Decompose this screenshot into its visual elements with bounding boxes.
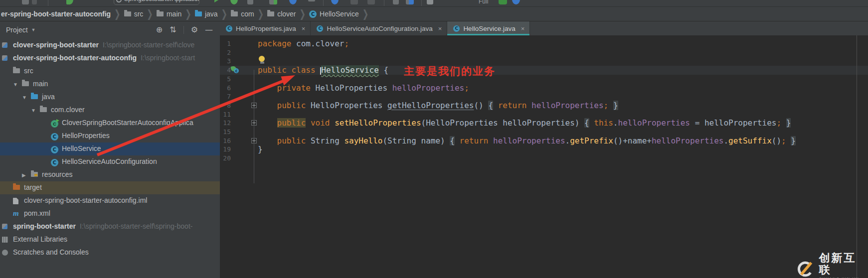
toolbar-separator bbox=[384, 0, 384, 6]
breadcrumb-item[interactable]: java bbox=[195, 10, 218, 18]
tree-row-main[interactable]: ▼main bbox=[0, 78, 220, 91]
search-everywhere-icon[interactable] bbox=[331, 0, 339, 4]
project-panel-title[interactable]: Project bbox=[6, 26, 28, 34]
fold-marker[interactable] bbox=[251, 120, 257, 126]
code-editor[interactable]: 12345678111215161920 package com.clover;… bbox=[220, 35, 868, 278]
collapse-arrow-icon[interactable]: ▼ bbox=[22, 95, 27, 100]
fold-marker[interactable] bbox=[251, 103, 257, 108]
module-icon bbox=[2, 224, 7, 229]
layout-icon[interactable] bbox=[406, 0, 414, 4]
tree-row-clover-spring-boot-starter-aut[interactable]: clover-spring-boot-starter-autoconfigI:\… bbox=[0, 52, 220, 65]
code-line: public void setHelloProperties(HelloProp… bbox=[258, 119, 791, 128]
class-icon: C bbox=[51, 159, 58, 166]
class-icon: C bbox=[317, 25, 323, 32]
tree-row-helloservice[interactable]: CHelloService bbox=[0, 142, 220, 155]
tree-row-resources[interactable]: ▶resources bbox=[0, 168, 220, 181]
tree-row-label: target bbox=[24, 183, 42, 191]
breadcrumb-item[interactable]: CHelloService bbox=[309, 10, 359, 18]
stop-icon[interactable] bbox=[308, 0, 315, 1]
tree-row-clover-spring-boot-starter-aut[interactable]: clover-spring-boot-starter-autoconfig.im… bbox=[0, 194, 220, 207]
tree-row-com-clover[interactable]: ▼com.clover bbox=[0, 104, 220, 117]
editor-tab-helloservice-java[interactable]: CHelloService.java× bbox=[447, 21, 530, 35]
editor-tab-helloproperties-java[interactable]: CHelloProperties.java× bbox=[220, 21, 311, 35]
disabled-icon[interactable] bbox=[367, 0, 375, 4]
fold-marker[interactable] bbox=[251, 138, 257, 143]
cx-logo-icon bbox=[796, 259, 815, 278]
tab-label: HelloServiceAutoConfiguration.java bbox=[327, 25, 432, 32]
breadcrumb-item[interactable]: main bbox=[157, 10, 181, 18]
hide-panel-icon[interactable]: — bbox=[205, 26, 213, 34]
tree-row-label: HelloService bbox=[62, 144, 101, 152]
run-config-icon bbox=[116, 0, 122, 2]
folder-icon bbox=[40, 107, 47, 112]
code-line: private HelloProperties helloProperties; bbox=[258, 84, 469, 93]
project-header: Project ▼ ⊕ ⇅ ⚙ — bbox=[0, 21, 220, 38]
box-icon[interactable] bbox=[499, 0, 507, 4]
tree-row-spring-boot-starter[interactable]: spring-boot-starterI:\springboot-starter… bbox=[0, 220, 220, 233]
tree-row-clover-spring-boot-starter[interactable]: clover-spring-boot-starterI:\springboot-… bbox=[0, 39, 220, 52]
line-number: 20 bbox=[220, 154, 231, 163]
tab-label: HelloProperties.java bbox=[236, 25, 296, 32]
tree-row-external-libraries[interactable]: External Libraries bbox=[0, 233, 220, 246]
tree-row-cloverspringbootstarterautocon[interactable]: CCloverSpringBootStarterAutoconfigApplic… bbox=[0, 117, 220, 130]
breadcrumb-item[interactable]: src bbox=[124, 10, 144, 18]
run-coverage-icon[interactable] bbox=[247, 0, 253, 4]
class-icon: C bbox=[226, 25, 232, 32]
line-number: 1 bbox=[220, 39, 231, 48]
expand-arrow-icon[interactable]: ▶ bbox=[22, 172, 26, 178]
save-icon[interactable] bbox=[427, 0, 433, 4]
run-icon[interactable] bbox=[214, 0, 221, 2]
disabled-icon[interactable] bbox=[350, 0, 358, 4]
gear-icon[interactable]: ⚙ bbox=[191, 26, 198, 34]
breadcrumb-item[interactable]: er-spring-boot-starter-autoconfig bbox=[1, 10, 111, 18]
iml-file-icon bbox=[13, 198, 18, 204]
editor-tab-helloserviceautoconfiguration-java[interactable]: CHelloServiceAutoConfiguration.java× bbox=[311, 21, 447, 35]
toolbar-icon[interactable] bbox=[22, 0, 29, 4]
toolbar-label: Full bbox=[479, 0, 488, 5]
debug-icon[interactable] bbox=[230, 0, 238, 4]
collapse-arrow-icon[interactable]: ▼ bbox=[13, 82, 18, 87]
tree-row-src[interactable]: src bbox=[0, 65, 220, 78]
tree-row-label: main bbox=[33, 80, 48, 88]
collapse-all-icon[interactable]: ⇅ bbox=[170, 26, 176, 34]
tree-row-helloserviceautoconfiguration[interactable]: CHelloServiceAutoConfiguration bbox=[0, 155, 220, 168]
close-tab-icon[interactable]: × bbox=[521, 25, 525, 32]
chevron-down-icon[interactable]: ▼ bbox=[31, 27, 36, 32]
line-number: 3 bbox=[220, 57, 231, 66]
tree-row-scratches-and-consoles[interactable]: Scratches and Consoles bbox=[0, 246, 220, 259]
intention-bulb-icon[interactable] bbox=[259, 56, 265, 64]
module-icon bbox=[2, 42, 7, 48]
tree-row-path: I:\springboot-starter-self\clove bbox=[103, 41, 194, 49]
run-configuration-combo[interactable]: SpringBootStarterApplication bbox=[114, 0, 199, 5]
breadcrumb-label: er-spring-boot-starter-autoconfig bbox=[1, 10, 111, 18]
line-number: 4 bbox=[220, 66, 231, 75]
rerun-icon[interactable] bbox=[289, 0, 297, 4]
tree-row-label: clover-spring-boot-starterI:\springboot-… bbox=[13, 41, 194, 49]
class-gutter-icon[interactable]: c bbox=[231, 66, 241, 74]
locate-file-icon[interactable]: ⊕ bbox=[156, 26, 163, 34]
tree-row-label: src bbox=[24, 67, 33, 75]
class-icon: C bbox=[51, 133, 58, 140]
breadcrumb-item[interactable]: com bbox=[231, 10, 254, 18]
sprout-icon[interactable] bbox=[66, 0, 73, 4]
tree-row-java[interactable]: ▼java bbox=[0, 91, 220, 104]
tree-row-helloproperties[interactable]: CHelloProperties bbox=[0, 130, 220, 142]
tool-icon[interactable] bbox=[393, 0, 399, 4]
tree-row-target[interactable]: target bbox=[0, 181, 220, 194]
close-tab-icon[interactable]: × bbox=[302, 25, 306, 32]
tree-row-pom-xml[interactable]: mpom.xml bbox=[0, 207, 220, 220]
tree-row-path: I:\springboot-starter-self\spring-boot- bbox=[80, 222, 192, 230]
update-icon[interactable] bbox=[512, 0, 520, 4]
toolbar-chevron-icon[interactable] bbox=[32, 0, 37, 4]
collapse-arrow-icon[interactable]: ▼ bbox=[31, 108, 36, 113]
scratches-icon bbox=[2, 250, 8, 256]
breadcrumb-chevron-icon: ❯ bbox=[114, 7, 121, 20]
tree-row-label: clover-spring-boot-starter-autoconfigI:\… bbox=[13, 54, 195, 62]
tree-row-label: Scratches and Consoles bbox=[13, 248, 89, 256]
profiler-icon[interactable] bbox=[269, 0, 277, 4]
code-line: } bbox=[258, 145, 263, 154]
line-number: 19 bbox=[220, 145, 231, 154]
close-tab-icon[interactable]: × bbox=[438, 25, 442, 32]
line-number: 5 bbox=[220, 75, 231, 84]
breadcrumb-item[interactable]: clover bbox=[267, 10, 296, 18]
